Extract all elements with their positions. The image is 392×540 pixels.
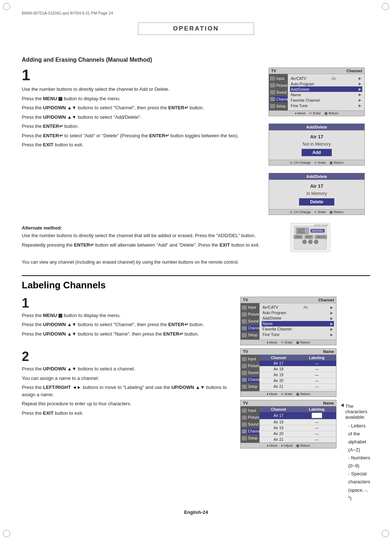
lab-instr-3: Press the UP/DOWN ▲▼ buttons to select "… [22,330,233,338]
sidebar-lab-sound-icon [242,319,247,324]
icon-name2-input [242,409,247,413]
adding-erasing-menus: TV Channel Input Picture [269,68,370,218]
lab-instr-1: Press the MENU ▦ button to display the m… [22,312,233,319]
chars-title: The characters available: [345,403,370,420]
icon-name1-picture [242,364,247,368]
tv-name-content-1: Channel Labeling Air 17 — [260,355,336,391]
adding-erasing-title: Adding and Erasing Channels (Manual Meth… [22,57,370,63]
instr-6: Press the ENTER↵ to select "Add" or "Del… [22,132,261,139]
dialog-add-channel: Air 17 [310,134,323,139]
lab-instr-4: Press the UP/DOWN ▲▼ buttons to select a… [22,365,233,373]
instr-3: Press the UP/DOWN ▲▼ buttons to select "… [22,104,261,111]
name2-row-5: Air 21 — [260,437,336,442]
sidebar-channel-icon [270,97,275,101]
name2-cell-ch2: Air 18 [260,419,297,425]
icon-name2-sound [242,422,247,427]
instr-4: Press the UP/DOWN ▲▼ buttons to select "… [22,114,261,121]
sidebar-lab-setup-icon [242,333,247,337]
sidebar-name2-sound: Sound [241,422,259,427]
alternate-method-layout: Alternate method: Use the number buttons… [22,222,370,269]
sidebar-input: Input [270,76,287,81]
name2-row-3: Air 19 — [260,425,336,431]
sidebar-lab-setup: Setup [241,332,259,338]
dialog-add-title: Add/Delete [269,124,364,130]
tv-content-1: Air/CATVAir▶ Auto Program▶ Add/Delete▶ N… [288,74,364,110]
sidebar-setup-icon [270,104,275,108]
sidebar-sound-icon [270,90,275,94]
operation-box: Operation [138,23,254,35]
name2-cell-lab3: — [297,425,336,431]
instr-7: Press the EXIT button to exit. [22,141,261,149]
lab-instr-7: Repeat this procedure to enter up to fou… [22,400,233,407]
dialog-del-body: Air 17 In Memory Delete [269,180,364,209]
tv-menu-channel: TV Channel Input Picture [269,68,365,116]
tv-label-1: TV [271,69,276,73]
labeling-input[interactable]: A [311,413,322,418]
sidebar-lab-picture: Picture [241,312,259,317]
lab-instr-6: Press the LEFT/RIGHT ◄► buttons to move … [22,384,233,398]
remote-btn-adddel: ADD/DEL [310,229,325,233]
tv-dialog-add: Add/Delete Air 17 Not in Memory Add ⊙ CH… [269,123,365,166]
name-cell-ch5: Air 21 [260,383,297,389]
icon-name1-sound [242,371,247,375]
sidebar-name1-setup: Setup [241,384,259,390]
lab-instr-8: Press the EXIT button to exit. [22,410,233,417]
name-cell-lab4: — [297,378,336,383]
tv-label-lab1: TV [243,298,248,302]
note-text: You can view any channel (including an e… [22,259,261,266]
sidebar-name1-channel-active: Channel [241,377,259,383]
sidebar-setup: Setup [270,103,287,109]
labeling-channels-section: Labeling Channels 1 Press the MENU ▦ but… [22,275,370,502]
alt-method-title: Alternate method: [22,225,261,231]
lab-instr-2: Press the UP/DOWN ▲▼ buttons to select "… [22,321,233,328]
col-labeling: Labeling [297,355,336,361]
col2-channel: Channel [260,406,297,412]
channel-label-lab1: Channel [318,298,334,302]
remote-row-2: DNIe MTS FAV.CH [294,235,327,239]
adding-erasing-instructions: 1 Use the number buttons to directly sel… [22,68,261,218]
tv-footer-lab1: ♦ Move↵ Enter▦ Return [241,340,336,345]
instr-1: Use the number buttons to directly selec… [22,86,261,93]
tv-menu-channel-body: Input Picture Sound [269,74,364,110]
sidebar-name2-picture: Picture [241,415,259,421]
dialog-del-button[interactable]: Delete [299,198,334,206]
dialog-del-footer: ⊙ CH Change↵ Enter▦ Return [269,209,364,215]
sidebar-lab-picture-icon [242,312,247,317]
name2-cell-ch5: Air 21 [260,437,297,442]
tv-sidebar-name2: Input Picture Sound [241,406,260,443]
name-table-1: Channel Labeling Air 17 — [260,355,336,390]
remote-btn-autoprog: AUTO PROG [296,228,309,234]
sidebar-name2-channel-active: Channel [241,429,259,434]
col-channel: Channel [260,355,297,361]
step2-area: 2 Press the UP/DOWN ▲▼ buttons to select… [22,350,233,417]
tv-name-footer-1: ♦ Move↵ Enter▦ Return [241,391,336,397]
page-container: BN68-00751A-01ENG.qxd 8/7/04 6:31 PM Pag… [0,0,392,540]
lab-instr-5: You can assign a name to a channel. [22,375,233,382]
operation-title: Operation [173,25,219,32]
remote-btn-mts: MTS [305,235,314,239]
icon-name1-channel [242,378,247,382]
tv-name-menu2-body: Input Picture Sound [241,406,336,443]
tv-menu-footer-1: ♦ Move↵ Enter▦ Return [269,110,364,116]
tv-sidebar-name1: Input Picture Sound [241,355,260,391]
name-cell-lab1: — [297,361,336,366]
tv-name-content-2: Channel Labeling Air 17 A [260,406,336,443]
dialog-add-button[interactable]: Add [302,149,332,156]
remote-btn-dnie: DNIe [294,235,303,239]
name2-cell-lab1: A [297,412,336,419]
sidebar-picture: Picture [270,82,287,88]
remote-btn-favch: FAV.CH [315,235,327,239]
dialog-add-body: Air 17 Not in Memory Add [269,130,364,160]
menu-row-name: Name▶ [290,92,362,97]
chars-item-2: Numbers (0~9) [348,454,370,470]
labeling-step2-num: 2 [22,350,233,363]
labeling-bottom-row: TV Name Input [240,400,370,502]
sidebar-lab-input-icon [242,305,247,310]
chars-header-row: The characters available: [341,403,370,420]
dialog-add-status: Not in Memory [302,142,331,147]
sidebar-lab-sound: Sound [241,318,259,324]
name-row-3: Air 19 — [260,372,336,378]
tv-menu-channel-header: TV Channel [269,68,364,74]
reg-mark-bot-left [3,530,10,537]
dialog-del-title: Add/Delete [269,173,364,180]
